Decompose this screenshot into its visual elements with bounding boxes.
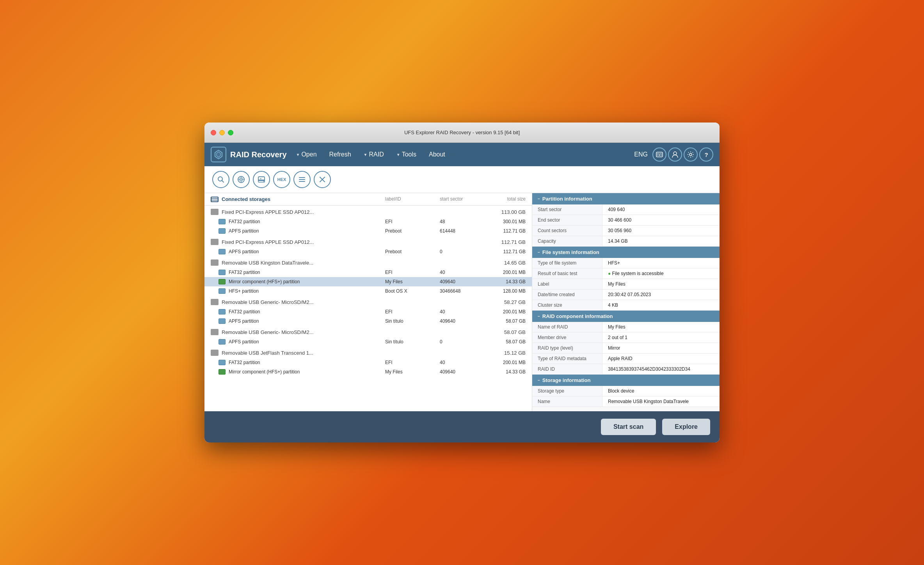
settings-icon-btn[interactable] — [684, 147, 698, 162]
svg-marker-1 — [217, 152, 220, 157]
svg-rect-4 — [659, 153, 659, 154]
raid-info-section: − RAID component information Name of RAI… — [532, 311, 720, 375]
svg-rect-3 — [657, 153, 658, 154]
main-content: Connected storages label/ID start sector… — [204, 193, 720, 411]
partition-icon — [219, 219, 226, 224]
menu-about[interactable]: About — [423, 148, 451, 161]
explore-button[interactable]: Explore — [662, 419, 710, 435]
list-item[interactable]: HFS+ partition Boot OS X 30466648 128.00… — [204, 286, 532, 296]
info-row: Type of file system HFS+ — [532, 258, 720, 268]
list-item[interactable]: Removable USB JetFlash Transcend 1... 15… — [204, 346, 532, 358]
search-tool-btn[interactable] — [212, 171, 229, 188]
list-item[interactable]: Fixed PCI-Express APPLE SSD AP012... 112… — [204, 236, 532, 247]
partition-info-header: − Partition information — [532, 193, 720, 204]
chart-tool-btn[interactable] — [233, 171, 250, 188]
maximize-window-btn[interactable] — [228, 130, 233, 135]
raid-arrow: ▼ — [364, 153, 368, 157]
storage-info-header: − Storage information — [532, 375, 720, 386]
raid-info-header: − RAID component information — [532, 311, 720, 322]
collapse-icon[interactable]: − — [538, 314, 540, 318]
svg-rect-27 — [211, 197, 218, 202]
info-row: Cluster size 4 KB — [532, 300, 720, 311]
tools-arrow: ▼ — [396, 153, 400, 157]
open-arrow: ▼ — [296, 153, 300, 157]
svg-rect-9 — [661, 155, 662, 156]
start-scan-button[interactable]: Start scan — [601, 419, 656, 435]
menu-raid[interactable]: ▼ RAID — [357, 148, 390, 161]
list-item[interactable]: Removable USB Generic- MicroSD/M2... 58.… — [204, 326, 532, 337]
connected-storages-header: Connected storages — [211, 196, 385, 202]
list-tool-btn[interactable] — [293, 171, 311, 188]
close-window-btn[interactable] — [211, 130, 216, 135]
info-row: Count sectors 30 056 960 — [532, 226, 720, 236]
app-logo: RAID Recovery — [211, 147, 287, 162]
menu-refresh[interactable]: Refresh — [323, 148, 357, 161]
info-row: Date/time created 20:30:42 07.05.2023 — [532, 290, 720, 300]
storage-list-panel: Connected storages label/ID start sector… — [204, 193, 532, 411]
collapse-icon[interactable]: − — [538, 250, 540, 254]
app-window: UFS Explorer RAID Recovery - version 9.1… — [204, 123, 720, 442]
window-title: UFS Explorer RAID Recovery - version 9.1… — [404, 130, 520, 135]
svg-point-10 — [673, 152, 677, 155]
info-row: Capacity 14.34 GB — [532, 236, 720, 247]
info-row: Type of RAID metadata Apple RAID — [532, 354, 720, 364]
info-panel: − Partition information Start sector 409… — [532, 193, 720, 411]
collapse-icon[interactable]: − — [538, 378, 540, 382]
menubar: RAID Recovery ▼ Open Refresh ▼ RAID ▼ To… — [204, 143, 720, 166]
partition-icon — [219, 309, 226, 314]
info-row: Name Removable USB Kingston DataTravele — [532, 396, 720, 407]
list-item[interactable]: APFS partition Preboot 614448 112.71 GB — [204, 226, 532, 236]
svg-rect-5 — [660, 153, 661, 154]
partition-info-section: − Partition information Start sector 409… — [532, 193, 720, 247]
minimize-window-btn[interactable] — [219, 130, 225, 135]
header-icon-group: ? — [652, 147, 713, 162]
list-item[interactable]: FAT32 partition EFI 40 200.01 MB — [204, 307, 532, 316]
list-item[interactable]: Mirror component (HFS+) partition My Fil… — [204, 367, 532, 377]
drive-icon — [211, 299, 219, 305]
list-item[interactable]: APFS partition Sin título 0 58.07 GB — [204, 337, 532, 346]
hex-tool-btn[interactable]: HEX — [273, 171, 290, 188]
partition-icon — [219, 318, 226, 324]
toolbar: HEX — [204, 166, 720, 193]
close-tool-btn[interactable] — [314, 171, 331, 188]
info-row: Member drive 2 out of 1 — [532, 332, 720, 343]
storage-info-section: − Storage information Storage type Block… — [532, 375, 720, 407]
info-row: Storage type Block device — [532, 386, 720, 396]
user-icon-btn[interactable] — [668, 147, 682, 162]
list-item-selected[interactable]: Mirror component (HFS+) partition My Fil… — [204, 277, 532, 286]
list-item[interactable]: FAT32 partition EFI 48 300.01 MB — [204, 217, 532, 226]
list-item[interactable]: FAT32 partition EFI 40 200.01 MB — [204, 358, 532, 367]
svg-point-11 — [689, 153, 692, 156]
info-row: Label My Files — [532, 279, 720, 290]
logo-icon — [211, 147, 226, 162]
info-row: RAID type (level) Mirror — [532, 343, 720, 354]
svg-rect-6 — [661, 153, 662, 154]
titlebar: UFS Explorer RAID Recovery - version 9.1… — [204, 123, 720, 143]
keyboard-icon-btn[interactable] — [652, 147, 666, 162]
partition-icon-green — [219, 369, 226, 375]
drive-tool-btn[interactable] — [253, 171, 270, 188]
traffic-lights — [211, 130, 233, 135]
list-item[interactable]: Removable USB Generic- MicroSD/M2... 58.… — [204, 296, 532, 307]
svg-point-20 — [263, 181, 265, 182]
partition-icon — [219, 360, 226, 365]
info-row: End sector 30 466 600 — [532, 215, 720, 226]
list-item[interactable]: APFS partition Sin título 409640 58.07 G… — [204, 316, 532, 326]
collapse-icon[interactable]: − — [538, 197, 540, 201]
list-item[interactable]: Removable USB Kingston DataTravele... 14… — [204, 256, 532, 268]
svg-line-13 — [222, 181, 224, 183]
language-selector[interactable]: ENG — [629, 148, 652, 161]
menu-tools[interactable]: ▼ Tools — [390, 148, 423, 161]
drive-icon — [211, 350, 219, 356]
filesystem-info-section: − File system information Type of file s… — [532, 247, 720, 311]
bottom-action-bar: Start scan Explore — [204, 411, 720, 442]
help-icon-btn[interactable]: ? — [699, 147, 713, 162]
list-item[interactable]: Fixed PCI-Express APPLE SSD AP012... 113… — [204, 206, 532, 217]
partition-icon-green — [219, 279, 226, 284]
info-row: Start sector 409 640 — [532, 204, 720, 215]
drive-icon — [211, 209, 219, 215]
list-item[interactable]: APFS partition Preboot 0 112.71 GB — [204, 247, 532, 256]
svg-rect-8 — [659, 155, 661, 156]
menu-open[interactable]: ▼ Open — [290, 148, 323, 161]
list-item[interactable]: FAT32 partition EFI 40 200.01 MB — [204, 268, 532, 277]
